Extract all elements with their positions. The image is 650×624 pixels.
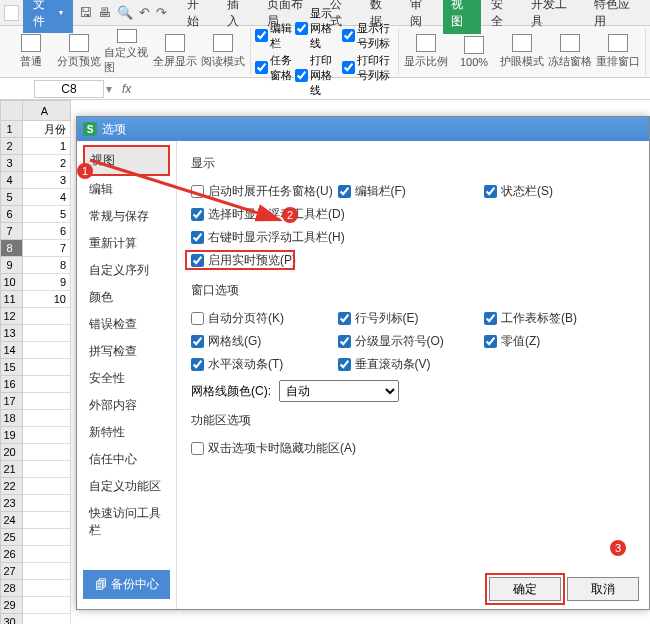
checkbox[interactable] bbox=[191, 185, 204, 198]
cell[interactable] bbox=[23, 325, 71, 342]
option-row[interactable]: 自动分页符(K) bbox=[191, 307, 338, 330]
row-header[interactable]: 13 bbox=[1, 325, 23, 342]
option-row[interactable]: 右键时显示浮动工具栏(H) bbox=[191, 226, 484, 249]
checkbox[interactable] bbox=[484, 312, 497, 325]
redo-icon[interactable]: ↷ bbox=[156, 5, 167, 20]
ribbon-button[interactable]: 自定义视图 bbox=[104, 29, 150, 75]
dialog-nav-item[interactable]: 颜色 bbox=[83, 284, 170, 311]
cell[interactable]: 5 bbox=[23, 206, 71, 223]
cell[interactable] bbox=[23, 427, 71, 444]
ribbon-checkbox[interactable]: 任务窗格 bbox=[255, 53, 293, 83]
option-row[interactable]: 零值(Z) bbox=[484, 330, 631, 353]
row-header[interactable]: 1 bbox=[1, 121, 23, 138]
row-header[interactable]: 30 bbox=[1, 614, 23, 625]
cell[interactable]: 8 bbox=[23, 257, 71, 274]
dialog-nav-item[interactable]: 自定义序列 bbox=[83, 257, 170, 284]
checkbox[interactable] bbox=[338, 185, 351, 198]
dialog-nav-item[interactable]: 快速访问工具栏 bbox=[83, 500, 170, 544]
ribbon-button[interactable]: 全屏显示 bbox=[152, 29, 198, 75]
cell[interactable]: 9 bbox=[23, 274, 71, 291]
row-header[interactable]: 12 bbox=[1, 308, 23, 325]
checkbox[interactable] bbox=[338, 358, 351, 371]
checkbox[interactable] bbox=[191, 208, 204, 221]
dialog-nav-item[interactable]: 编辑 bbox=[83, 176, 170, 203]
cell[interactable] bbox=[23, 512, 71, 529]
row-header[interactable]: 16 bbox=[1, 376, 23, 393]
cell[interactable] bbox=[23, 410, 71, 427]
option-row[interactable]: 水平滚动条(T) bbox=[191, 353, 338, 376]
cell-reference-input[interactable]: C8 bbox=[34, 80, 104, 98]
cell[interactable] bbox=[23, 376, 71, 393]
cell[interactable]: 1 bbox=[23, 138, 71, 155]
ribbon-checkbox[interactable]: 打印行号列标 bbox=[342, 53, 394, 83]
option-row[interactable]: 状态栏(S) bbox=[484, 180, 631, 203]
cell[interactable] bbox=[23, 444, 71, 461]
row-header[interactable]: 25 bbox=[1, 529, 23, 546]
cell[interactable]: 4 bbox=[23, 189, 71, 206]
cell[interactable] bbox=[23, 393, 71, 410]
option-row[interactable]: 启用实时预览(P) bbox=[191, 249, 635, 272]
row-header[interactable]: 24 bbox=[1, 512, 23, 529]
dialog-nav-item[interactable]: 重新计算 bbox=[83, 230, 170, 257]
row-header[interactable]: 17 bbox=[1, 393, 23, 410]
row-header[interactable]: 9 bbox=[1, 257, 23, 274]
ribbon-button[interactable]: 阅读模式 bbox=[200, 29, 246, 75]
row-header[interactable]: 26 bbox=[1, 546, 23, 563]
ribbon-checkbox[interactable]: 打印网格线 bbox=[295, 53, 340, 98]
row-header[interactable]: 15 bbox=[1, 359, 23, 376]
cell[interactable] bbox=[23, 580, 71, 597]
row-header[interactable]: 19 bbox=[1, 427, 23, 444]
cell[interactable] bbox=[23, 597, 71, 614]
dialog-nav-item[interactable]: 外部内容 bbox=[83, 392, 170, 419]
checkbox[interactable] bbox=[338, 312, 351, 325]
cell[interactable] bbox=[23, 478, 71, 495]
row-header[interactable]: 29 bbox=[1, 597, 23, 614]
checkbox[interactable] bbox=[191, 358, 204, 371]
cell[interactable]: 2 bbox=[23, 155, 71, 172]
ribbon-button[interactable]: 冻结窗格 bbox=[547, 29, 593, 75]
undo-icon[interactable]: ↶ bbox=[139, 5, 150, 20]
option-row[interactable]: 行号列标(E) bbox=[338, 307, 485, 330]
dialog-nav-item[interactable]: 安全性 bbox=[83, 365, 170, 392]
cell[interactable]: 6 bbox=[23, 223, 71, 240]
checkbox[interactable] bbox=[191, 231, 204, 244]
row-header[interactable]: 20 bbox=[1, 444, 23, 461]
cell[interactable]: 10 bbox=[23, 291, 71, 308]
option-row[interactable]: 选择时显示浮动工具栏(D) bbox=[191, 203, 484, 226]
cell[interactable]: 7 bbox=[23, 240, 71, 257]
column-header[interactable]: A bbox=[23, 101, 71, 121]
cancel-button[interactable]: 取消 bbox=[567, 577, 639, 601]
print-icon[interactable]: 🖶 bbox=[98, 5, 111, 20]
dialog-nav-item[interactable]: 拼写检查 bbox=[83, 338, 170, 365]
cell[interactable] bbox=[23, 546, 71, 563]
ok-button[interactable]: 确定 bbox=[489, 577, 561, 601]
option-row[interactable]: 网格线(G) bbox=[191, 330, 338, 353]
opt-dblclick-hide-ribbon[interactable]: 双击选项卡时隐藏功能区(A) bbox=[191, 437, 635, 460]
checkbox[interactable] bbox=[338, 335, 351, 348]
row-header[interactable]: 14 bbox=[1, 342, 23, 359]
option-row[interactable]: 启动时展开任务窗格(U) bbox=[191, 180, 338, 203]
ribbon-button[interactable]: 分页预览 bbox=[56, 29, 102, 75]
row-header[interactable]: 23 bbox=[1, 495, 23, 512]
ribbon-button[interactable]: 重排窗口 bbox=[595, 29, 641, 75]
dialog-nav-item[interactable]: 自定义功能区 bbox=[83, 473, 170, 500]
cell[interactable] bbox=[23, 495, 71, 512]
dialog-nav-item[interactable]: 信任中心 bbox=[83, 446, 170, 473]
row-header[interactable]: 18 bbox=[1, 410, 23, 427]
option-row[interactable]: 分级显示符号(O) bbox=[338, 330, 485, 353]
row-header[interactable]: 11 bbox=[1, 291, 23, 308]
ribbon-checkbox[interactable]: 编辑栏 bbox=[255, 21, 293, 51]
save-icon[interactable]: 🖫 bbox=[79, 5, 92, 20]
cell[interactable] bbox=[23, 614, 71, 625]
select-all-corner[interactable] bbox=[1, 101, 23, 121]
dialog-titlebar[interactable]: S 选项 bbox=[77, 117, 649, 141]
row-header[interactable]: 28 bbox=[1, 580, 23, 597]
dialog-nav-item[interactable]: 错误检查 bbox=[83, 311, 170, 338]
row-header[interactable]: 22 bbox=[1, 478, 23, 495]
dialog-nav-item[interactable]: 视图 bbox=[83, 145, 170, 176]
checkbox[interactable] bbox=[191, 335, 204, 348]
cell[interactable] bbox=[23, 308, 71, 325]
row-header[interactable]: 3 bbox=[1, 155, 23, 172]
row-header[interactable]: 6 bbox=[1, 206, 23, 223]
ribbon-button[interactable]: 护眼模式 bbox=[499, 29, 545, 75]
